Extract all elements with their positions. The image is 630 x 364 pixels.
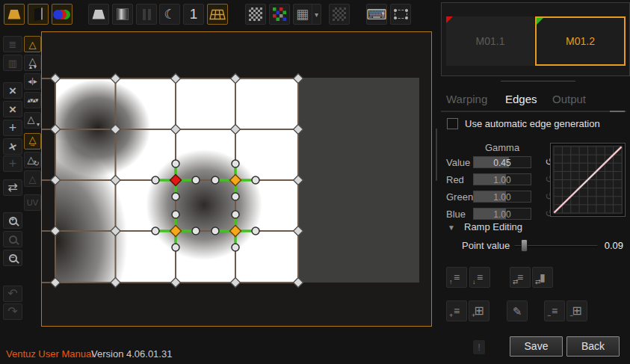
tangent-dashed-plus-button[interactable]: + bbox=[3, 155, 22, 172]
tab-warping[interactable]: Warping bbox=[446, 93, 487, 105]
gamma-green-field[interactable]: 1.00 bbox=[473, 191, 531, 203]
warp-mesh-overlay[interactable] bbox=[42, 32, 433, 327]
row-insert-above-button[interactable]: ≡↑ bbox=[446, 267, 467, 288]
gamma-red-label: Red bbox=[446, 174, 464, 185]
test-pattern-settings-button[interactable] bbox=[329, 4, 350, 25]
redo-button[interactable]: ↷ bbox=[3, 303, 22, 320]
distribute-rows-button[interactable]: ≣ bbox=[3, 36, 22, 52]
redo-icon: ↷ bbox=[7, 306, 17, 318]
status-green-icon bbox=[537, 18, 543, 25]
save-button[interactable]: Save bbox=[510, 336, 563, 357]
test-pattern-grid-button[interactable]: ▦ ▾ bbox=[293, 4, 321, 25]
keystone-icon bbox=[7, 10, 21, 19]
vertex-corner-button[interactable]: △▾ bbox=[24, 112, 41, 129]
vertex-rotate-button[interactable]: △↻ bbox=[24, 152, 41, 168]
vertex-move-vertical-button[interactable]: △▲▼ bbox=[24, 55, 41, 71]
moon-icon: ☾ bbox=[164, 7, 175, 22]
vertex-pair-horizontal-button[interactable]: ◂|▸ bbox=[24, 73, 41, 90]
point-value-slider-thumb[interactable] bbox=[521, 239, 528, 252]
checker-settings-icon bbox=[333, 7, 346, 21]
tab-edges[interactable]: Edges bbox=[505, 93, 537, 105]
triangle-outline-icon: △ bbox=[29, 174, 37, 184]
panel-icon bbox=[34, 7, 43, 21]
dropdown-arrow-icon[interactable]: ▾ bbox=[312, 4, 318, 24]
keystone-3d-button[interactable] bbox=[4, 4, 25, 25]
machine-label: M01.1 bbox=[476, 35, 505, 47]
triangle-vpair-icon: ▴▾▴▾ bbox=[27, 97, 37, 104]
vertex-select-button[interactable]: △ bbox=[24, 36, 41, 52]
tangent-cross-button[interactable]: × bbox=[3, 101, 22, 117]
rows-icon: ≣ bbox=[9, 40, 17, 49]
column-swap-button[interactable]: ▮⇄ bbox=[532, 267, 553, 288]
vertex-translate-button[interactable]: △→ bbox=[24, 133, 41, 149]
gradient-bars-button[interactable] bbox=[112, 4, 133, 25]
gamma-blue-field[interactable]: 1.00 bbox=[473, 208, 531, 220]
machine-tile-m012[interactable]: M01.2 bbox=[535, 16, 626, 66]
alert-button[interactable]: ! bbox=[473, 340, 485, 354]
tangent-bent-button[interactable]: × bbox=[3, 138, 22, 155]
tangent-cross-dashed-button[interactable]: × bbox=[3, 82, 22, 99]
tangent-handles[interactable] bbox=[152, 160, 259, 251]
auto-edge-checkbox[interactable] bbox=[447, 118, 458, 129]
grid-remove-button[interactable]: ⊞− bbox=[566, 300, 587, 321]
vertex-pair-vertical-button[interactable]: ▴▾▴▾ bbox=[24, 92, 41, 108]
row-insert-below-button[interactable]: ≡↓ bbox=[469, 267, 490, 288]
gamma-red-field[interactable]: 1.00 bbox=[473, 173, 531, 185]
tab-output[interactable]: Output bbox=[552, 93, 586, 105]
distribute-columns-button[interactable]: ▥ bbox=[3, 55, 22, 71]
screen-preview-button[interactable] bbox=[88, 4, 109, 25]
point-value-label: Point value bbox=[462, 240, 510, 251]
uv-toggle-button[interactable]: UV bbox=[24, 194, 41, 211]
screen-icon bbox=[92, 10, 105, 19]
vertex-outline-button[interactable]: △ bbox=[24, 170, 41, 187]
double-bars-button[interactable] bbox=[136, 4, 157, 25]
warp-grid-icon bbox=[209, 9, 226, 20]
tab-scroll-thumb[interactable] bbox=[610, 111, 625, 112]
tiles-divider bbox=[501, 81, 575, 81]
selection-bounds-button[interactable] bbox=[390, 4, 411, 25]
zoom-reset-button[interactable] bbox=[3, 231, 22, 247]
grid-icon: ⊞ bbox=[474, 305, 484, 317]
undo-button[interactable]: ↶ bbox=[3, 286, 22, 302]
zoom-in-button[interactable]: + bbox=[3, 212, 22, 229]
rgb-channels-button[interactable] bbox=[52, 4, 72, 25]
rows-icon: ≡ bbox=[454, 272, 460, 283]
machine-tiles-box: M01.1 M01.2 bbox=[441, 2, 630, 76]
rows-icon: ≡ bbox=[477, 272, 483, 283]
keyboard-button[interactable]: ⌨ bbox=[366, 4, 387, 25]
test-pattern-checker-button[interactable] bbox=[245, 4, 266, 25]
tangent-plus-button[interactable]: + bbox=[3, 120, 22, 136]
columns-icon: ▥ bbox=[8, 58, 17, 68]
gamma-value-field[interactable]: 0.45 bbox=[473, 156, 531, 168]
row-remove-button[interactable]: ≡− bbox=[544, 300, 565, 321]
warp-canvas[interactable] bbox=[41, 31, 432, 327]
one-icon: 1 bbox=[190, 6, 198, 22]
rows-icon: ≡ bbox=[454, 306, 460, 316]
test-pattern-rgb-button[interactable] bbox=[269, 4, 290, 25]
swap-arrows-icon: ⇄ bbox=[7, 182, 17, 194]
selected-vertex-orange bbox=[170, 226, 182, 237]
grid-add-button[interactable]: ⊞+ bbox=[469, 300, 490, 321]
row-add-button[interactable]: ≡+ bbox=[446, 300, 467, 321]
ramp-editing-header[interactable]: Ramp Editing bbox=[464, 221, 522, 232]
flat-panel-button[interactable] bbox=[28, 4, 49, 25]
single-output-button[interactable]: 1 bbox=[183, 4, 204, 25]
gamma-green-label: Green bbox=[446, 191, 473, 203]
zoom-out-button[interactable]: − bbox=[3, 250, 22, 266]
keyboard-icon: ⌨ bbox=[366, 6, 386, 23]
night-mode-button[interactable]: ☾ bbox=[159, 4, 180, 25]
cross-dashed-icon: × bbox=[9, 84, 16, 97]
gamma-curve-graph[interactable] bbox=[550, 143, 626, 217]
gamma-blue-label: Blue bbox=[446, 209, 466, 220]
swap-axes-button[interactable]: ⇄ bbox=[3, 179, 22, 196]
machine-tile-m011[interactable]: M01.1 bbox=[446, 16, 534, 66]
selected-vertex-handles[interactable] bbox=[170, 175, 241, 237]
ramp-collapse-icon[interactable]: ▼ bbox=[448, 223, 455, 232]
status-manual-link[interactable]: Ventuz User Manual bbox=[6, 348, 93, 360]
row-swap-button[interactable]: ≡⇄ bbox=[510, 267, 531, 288]
panel-scrollbar[interactable] bbox=[436, 129, 437, 181]
edit-points-button[interactable]: ✎ bbox=[507, 300, 528, 321]
back-button[interactable]: Back bbox=[566, 336, 620, 357]
status-red-icon bbox=[446, 16, 453, 23]
warp-grid-button[interactable] bbox=[207, 4, 228, 25]
